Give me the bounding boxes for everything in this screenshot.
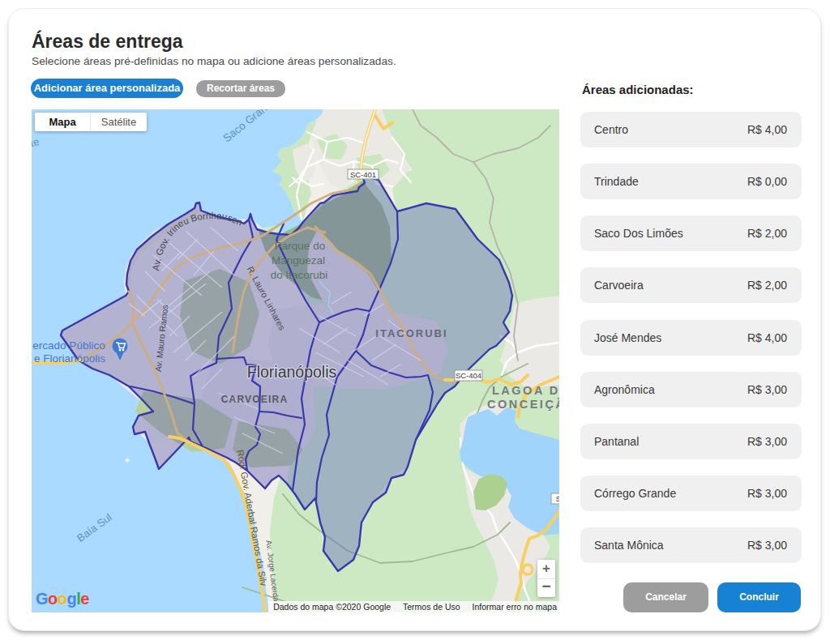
svg-text:ITACORUBI: ITACORUBI [375, 327, 447, 339]
svg-text:SC-404: SC-404 [456, 371, 481, 380]
svg-text:Manguezal: Manguezal [272, 254, 325, 267]
svg-text:Parque do: Parque do [275, 240, 325, 252]
svg-text:ercado Público: ercado Público [32, 339, 105, 352]
svg-text:Florianópolis: Florianópolis [247, 363, 337, 381]
svg-text:SC-401: SC-401 [350, 170, 376, 179]
svg-text:CONCEIÇÃO: CONCEIÇÃO [487, 397, 559, 411]
svg-text:e Florianópolis: e Florianópolis [34, 352, 105, 365]
svg-text:do Itacorubi: do Itacorubi [271, 269, 328, 281]
svg-text:CARVOEIRA: CARVOEIRA [221, 394, 289, 405]
svg-text:LAGOA DA: LAGOA DA [492, 384, 559, 397]
svg-text:S: S [556, 494, 559, 503]
